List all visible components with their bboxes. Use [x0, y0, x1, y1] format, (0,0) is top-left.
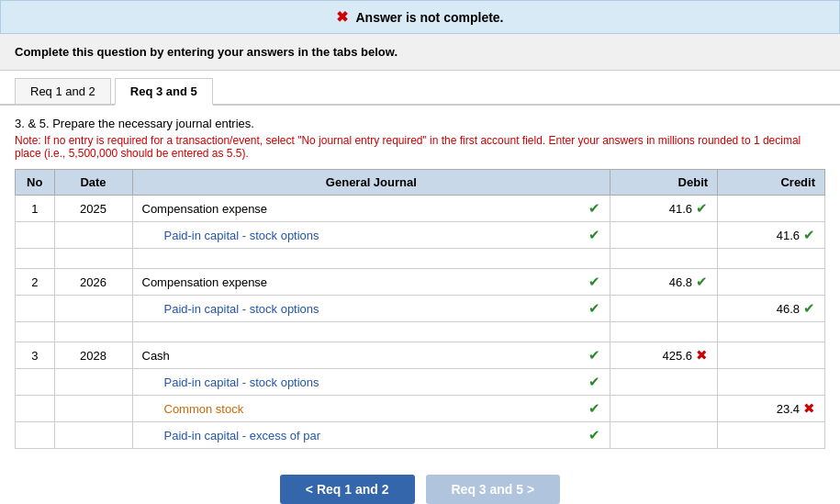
cell-journal[interactable]: Paid-in capital - excess of par✔ [132, 422, 610, 449]
cell-credit[interactable] [718, 342, 825, 369]
cell-no [16, 296, 55, 322]
content-area: 3. & 5. Prepare the necessary journal en… [0, 106, 840, 460]
spacer-row [16, 322, 825, 342]
cell-journal[interactable]: Compensation expense✔ [132, 269, 610, 296]
credit-status-icon: ✔ [803, 227, 815, 243]
table-row: Paid-in capital - excess of par✔ [16, 422, 825, 449]
cell-credit[interactable]: 23.4✖ [718, 396, 825, 422]
debit-value: 41.6 [669, 202, 692, 216]
debit-status-icon: ✖ [696, 347, 708, 364]
prev-button[interactable]: < Req 1 and 2 [280, 475, 415, 504]
header-journal: General Journal [132, 170, 610, 196]
instructions-text: Complete this question by entering your … [15, 45, 398, 59]
header-date: Date [54, 170, 132, 196]
cell-date: 2025 [54, 196, 132, 222]
cell-debit[interactable]: 425.6✖ [610, 342, 718, 369]
account-name: Common stock [142, 402, 244, 416]
account-name: Paid-in capital - stock options [142, 302, 319, 316]
cell-no [16, 369, 55, 396]
cell-date [54, 422, 132, 449]
cell-date: 2028 [54, 342, 132, 369]
tab-req-1-2[interactable]: Req 1 and 2 [15, 78, 111, 104]
table-row: 32028Cash✔425.6✖ [16, 342, 825, 369]
account-check-icon: ✔ [588, 200, 600, 217]
cell-debit[interactable] [610, 222, 718, 249]
cell-journal[interactable]: Paid-in capital - stock options✔ [132, 369, 610, 396]
bottom-nav: < Req 1 and 2 Req 3 and 5 > [0, 460, 840, 504]
cell-no: 2 [16, 269, 55, 296]
cell-no [16, 222, 55, 249]
cell-journal[interactable]: Common stock✔ [132, 396, 610, 422]
cell-no: 1 [16, 196, 55, 222]
cell-date [54, 369, 132, 396]
credit-value: 23.4 [777, 402, 800, 416]
instructions-bar: Complete this question by entering your … [0, 34, 840, 71]
cell-journal[interactable]: Cash✔ [132, 342, 610, 369]
cell-credit[interactable] [718, 369, 825, 396]
cell-date: 2026 [54, 269, 132, 296]
debit-status-icon: ✔ [696, 274, 708, 290]
cell-debit[interactable]: 41.6✔ [610, 196, 718, 222]
header-debit: Debit [610, 170, 718, 196]
account-name: Paid-in capital - stock options [142, 375, 319, 389]
account-check-icon: ✔ [588, 374, 600, 390]
cell-credit[interactable]: 46.8✔ [718, 296, 825, 322]
cell-date [54, 396, 132, 422]
debit-value: 46.8 [669, 275, 692, 289]
account-name: Compensation expense [142, 275, 268, 289]
next-button: Req 3 and 5 > [426, 475, 561, 504]
table-row: 22026Compensation expense✔46.8✔ [16, 269, 825, 296]
debit-status-icon: ✔ [696, 200, 708, 217]
header-credit: Credit [718, 170, 825, 196]
cell-no [16, 422, 55, 449]
cell-debit[interactable] [610, 296, 718, 322]
tab-req-3-5[interactable]: Req 3 and 5 [115, 78, 213, 106]
account-check-icon: ✔ [588, 227, 600, 243]
credit-value: 46.8 [777, 302, 800, 316]
header-no: No [16, 170, 55, 196]
account-name: Paid-in capital - excess of par [142, 429, 321, 442]
credit-value: 41.6 [777, 229, 800, 242]
table-row: 12025Compensation expense✔41.6✔ [16, 196, 825, 222]
account-name: Compensation expense [142, 202, 268, 216]
cell-date [54, 296, 132, 322]
cell-credit[interactable] [718, 269, 825, 296]
cell-credit[interactable] [718, 422, 825, 449]
debit-value: 425.6 [663, 349, 693, 363]
journal-table: No Date General Journal Debit Credit 120… [15, 169, 825, 449]
account-name: Cash [142, 349, 170, 363]
cell-no: 3 [16, 342, 55, 369]
answer-banner: ✖ Answer is not complete. [0, 0, 840, 34]
account-check-icon: ✔ [588, 427, 600, 443]
cell-journal[interactable]: Paid-in capital - stock options✔ [132, 296, 610, 322]
cell-credit[interactable] [718, 196, 825, 222]
cell-journal[interactable]: Paid-in capital - stock options✔ [132, 222, 610, 249]
table-row: Paid-in capital - stock options✔46.8✔ [16, 296, 825, 322]
req-description: 3. & 5. Prepare the necessary journal en… [15, 117, 825, 160]
account-check-icon: ✔ [588, 347, 600, 364]
credit-status-icon: ✔ [803, 300, 815, 317]
account-check-icon: ✔ [588, 400, 600, 417]
cell-debit[interactable] [610, 396, 718, 422]
table-row: Paid-in capital - stock options✔41.6✔ [16, 222, 825, 249]
req-note: Note: If no entry is required for a tran… [15, 134, 825, 160]
tabs-row: Req 1 and 2 Req 3 and 5 [0, 71, 840, 106]
account-check-icon: ✔ [588, 274, 600, 290]
credit-status-icon: ✖ [803, 400, 815, 417]
account-name: Paid-in capital - stock options [142, 229, 319, 242]
cell-debit[interactable] [610, 422, 718, 449]
cell-journal[interactable]: Compensation expense✔ [132, 196, 610, 222]
banner-text: Answer is not complete. [355, 10, 503, 25]
cell-date [54, 222, 132, 249]
table-row: Paid-in capital - stock options✔ [16, 369, 825, 396]
spacer-row [16, 249, 825, 269]
account-check-icon: ✔ [588, 300, 600, 317]
cell-debit[interactable] [610, 369, 718, 396]
error-icon: ✖ [336, 8, 348, 26]
cell-credit[interactable]: 41.6✔ [718, 222, 825, 249]
cell-no [16, 396, 55, 422]
table-row: Common stock✔23.4✖ [16, 396, 825, 422]
req-title: 3. & 5. Prepare the necessary journal en… [15, 117, 825, 130]
cell-debit[interactable]: 46.8✔ [610, 269, 718, 296]
